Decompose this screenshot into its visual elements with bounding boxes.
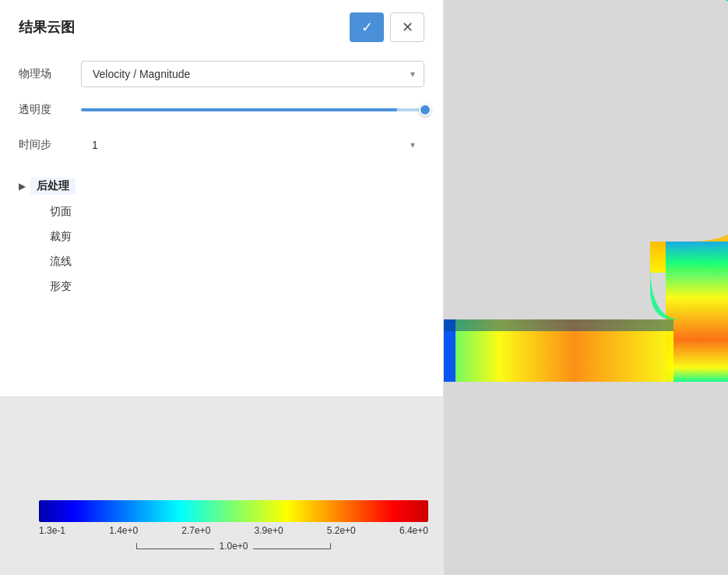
post-item-clip[interactable]: 裁剪 xyxy=(50,224,424,249)
velocity-magnitude-viz xyxy=(444,0,728,413)
opacity-slider-fill xyxy=(81,108,397,111)
colorbar-label-4: 5.2e+0 xyxy=(327,525,356,536)
physics-select[interactable]: Velocity / Magnitude xyxy=(81,61,424,87)
colorbar-container: 1.3e-1 1.4e+0 2.7e+0 3.9e+0 5.2e+0 6.4e+… xyxy=(39,500,428,552)
colorbar-label-1: 1.4e+0 xyxy=(109,525,138,536)
physics-label: 物理场 xyxy=(19,67,81,81)
opacity-slider-thumb[interactable] xyxy=(419,104,431,116)
timestep-label: 时间步 xyxy=(19,138,81,152)
opacity-label: 透明度 xyxy=(19,103,81,117)
post-processing-parent[interactable]: ▶ 后处理 xyxy=(19,173,424,199)
post-processing-label: 后处理 xyxy=(30,178,76,195)
timestep-row: 时间步 1 ▾ xyxy=(19,132,424,157)
visualization-area xyxy=(444,0,728,575)
panel-title: 结果云图 xyxy=(19,18,75,37)
cancel-button[interactable]: ✕ xyxy=(390,12,424,42)
post-item-deform[interactable]: 形变 xyxy=(50,274,424,299)
timestep-select[interactable]: 1 xyxy=(81,132,424,157)
header-buttons: ✓ ✕ xyxy=(350,12,424,42)
physics-row: 物理场 Velocity / Magnitude ▾ xyxy=(19,61,424,87)
range-label: 1.0e+0 xyxy=(219,541,248,552)
colorbar-labels: 1.3e-1 1.4e+0 2.7e+0 3.9e+0 5.2e+0 6.4e+… xyxy=(39,525,428,536)
colorbar-label-3: 3.9e+0 xyxy=(255,525,283,536)
svg-rect-1 xyxy=(444,319,673,331)
opacity-slider-container xyxy=(81,108,424,111)
colorbar xyxy=(39,500,428,522)
colorbar-label-0: 1.3e-1 xyxy=(39,525,65,536)
post-item-streamline[interactable]: 流线 xyxy=(50,249,424,274)
panel-header: 结果云图 ✓ ✕ xyxy=(19,12,424,42)
colorbar-range: 1.0e+0 xyxy=(39,541,428,552)
opacity-slider-track[interactable] xyxy=(81,108,424,111)
confirm-button[interactable]: ✓ xyxy=(350,12,384,42)
post-item-slice[interactable]: 切面 xyxy=(50,199,424,224)
range-bracket-left xyxy=(136,543,214,549)
post-processing-section: ▶ 后处理 切面 裁剪 流线 形变 xyxy=(19,173,424,299)
tree-arrow-icon: ▶ xyxy=(19,181,26,192)
timestep-control: 1 ▾ xyxy=(81,132,424,157)
colorbar-label-2: 2.7e+0 xyxy=(181,525,210,536)
post-processing-children: 切面 裁剪 流线 形变 xyxy=(19,199,424,299)
opacity-row: 透明度 xyxy=(19,103,424,117)
left-panel: 结果云图 ✓ ✕ 物理场 Velocity / Magnitude ▾ 透明度 … xyxy=(0,0,444,397)
physics-control: Velocity / Magnitude ▾ xyxy=(81,61,424,87)
colorbar-label-5: 6.4e+0 xyxy=(399,525,428,536)
range-bracket-right xyxy=(253,543,331,549)
